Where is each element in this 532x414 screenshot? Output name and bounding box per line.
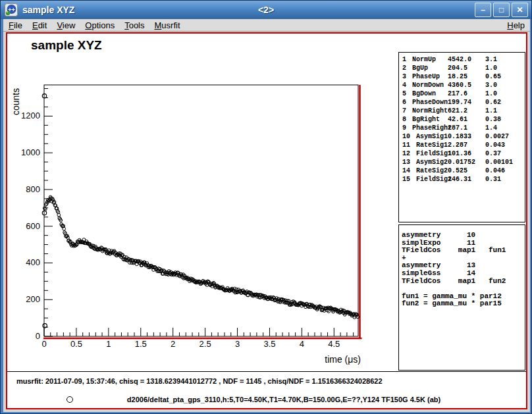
parameter-row: 15FieldSig2146.310.31 [399, 175, 525, 184]
param-number: 15 [402, 176, 410, 183]
x-axis-label: time (μs) [325, 354, 361, 365]
root-canvas[interactable]: sample XYZ 00.511.522.533.544.5020040060… [6, 32, 527, 409]
x-tick-label: 0.5 [70, 339, 82, 349]
parameter-row: 12FieldSig1101.360.37 [399, 149, 525, 158]
param-value: 2.287 [448, 141, 467, 149]
param-error: 0.046 [485, 167, 505, 175]
param-error: 0.0027 [485, 132, 509, 141]
param-value: 0.01752 [448, 158, 475, 167]
x-tick-label: 4.5 [328, 339, 340, 349]
param-value: 4542.0 [448, 55, 471, 64]
theory-line: TFieldCos map1 fun2 [402, 278, 525, 286]
legend-open-circle-icon [66, 396, 73, 403]
x-tick-label: 1.5 [135, 339, 147, 349]
menu-item-view[interactable]: View [57, 20, 75, 30]
parameter-row: 7NormRight621.21.1 [399, 107, 525, 115]
x-tick-label: 3.5 [263, 339, 275, 349]
param-error: 0.043 [485, 141, 505, 149]
x-tick-label: 2 [171, 339, 175, 349]
info-pad[interactable]: musrfit: 2011-07-09, 15:37:46, chisq = 1… [7, 372, 526, 408]
plot-frame [44, 85, 358, 336]
param-value: 217.6 [448, 90, 467, 98]
parameter-row: 14RateSig20.5250.046 [399, 167, 525, 175]
y-tick-label: 600 [26, 221, 40, 231]
param-error: 1.1 [485, 107, 497, 115]
fit-status-text: musrfit: 2011-07-09, 15:37:46, chisq = 1… [16, 377, 383, 385]
theory-line: asymmetry 10 [402, 232, 525, 240]
param-number: 2 [402, 65, 406, 72]
theory-line [402, 285, 525, 293]
param-error: 0.31 [485, 175, 501, 184]
param-name: AsymSig1 [416, 133, 448, 140]
param-value: 42.61 [448, 115, 467, 124]
param-number: 5 [402, 90, 406, 97]
y-tick-label: 1200 [21, 111, 40, 120]
theory-line: simpleGss 14 [402, 270, 525, 278]
menu-item-options[interactable]: Options [85, 20, 115, 30]
param-name: PhaseRight [412, 124, 452, 132]
param-name: BgUp [412, 65, 428, 72]
param-error: 1.0 [485, 64, 497, 72]
x-tick-label: 0 [41, 339, 46, 349]
parameter-row: 5BgDown217.61.0 [399, 90, 525, 98]
param-error: 0.65 [485, 72, 501, 81]
param-number: 8 [402, 116, 406, 123]
param-name: NormRight [412, 107, 448, 115]
param-number: 4 [402, 82, 406, 89]
parameter-row: 4NormDown4360.53.0 [399, 81, 525, 90]
param-value: 204.5 [448, 64, 467, 72]
param-name: FieldSig2 [416, 176, 452, 183]
window-title-center: <2> [1, 5, 531, 15]
parameter-row: 1NormUp4542.03.1 [399, 55, 525, 64]
param-error: 0.37 [485, 149, 501, 158]
menu-bar: FileEditViewOptionsToolsMusrfitHelp [3, 19, 530, 32]
x-tick-label: 4 [300, 339, 304, 349]
param-error: 1.4 [485, 124, 497, 132]
y-tick-label: 800 [26, 184, 40, 194]
maximize-button-icon[interactable]: □ [493, 3, 510, 17]
y-tick-label: 200 [26, 294, 40, 304]
param-name: AsymSig2 [416, 159, 448, 166]
x-tick-label: 1 [106, 339, 111, 349]
x-tick-label: 2.5 [200, 339, 211, 349]
param-name: PhaseDown [412, 99, 448, 106]
param-error: 0.00101 [485, 158, 513, 167]
menu-item-file[interactable]: File [9, 20, 22, 30]
parameter-row: 3PhaseUp18.250.65 [399, 72, 525, 81]
window-title: sample XYZ [22, 5, 74, 15]
app-icon[interactable]: ++ [5, 3, 18, 16]
y-axis-label: counts [11, 88, 21, 115]
param-name: BgDown [412, 90, 436, 97]
run-legend-text: d2006/deltat_pta_gps_3110,h:5,T0=4.50K,T… [126, 396, 442, 403]
param-number: 11 [402, 142, 410, 149]
param-name: RateSig1 [416, 142, 448, 149]
param-number: 3 [402, 73, 406, 80]
minimize-button-icon[interactable]: – [475, 3, 491, 17]
close-button-icon[interactable]: ✕ [512, 3, 528, 17]
param-number: 14 [402, 167, 410, 174]
param-value: 621.2 [448, 107, 467, 115]
parameter-row: 9PhaseRight287.11.4 [399, 124, 525, 132]
menu-item-musrfit[interactable]: Musrfit [155, 20, 180, 30]
param-number: 9 [402, 124, 406, 132]
window-titlebar[interactable]: ++ sample XYZ <2> – □ ✕ [1, 1, 531, 19]
x-tick-label: 3 [235, 339, 240, 349]
theory-pad[interactable]: asymmetry 10simplExpo 11TFieldCos map1 f… [398, 224, 525, 371]
param-number: 10 [402, 133, 410, 140]
app-window: ++ sample XYZ <2> – □ ✕ FileEditViewOpti… [0, 0, 532, 414]
param-value: 101.36 [448, 149, 471, 158]
param-value: 4360.5 [448, 81, 471, 90]
menu-item-tools[interactable]: Tools [124, 20, 144, 30]
param-name: NormDown [412, 82, 444, 89]
theory-line: TFieldCos map1 fun1 [402, 247, 525, 255]
parameter-row: 10AsymSig10.18330.0027 [399, 132, 525, 141]
param-name: BgRight [412, 116, 440, 123]
menu-item-edit[interactable]: Edit [32, 20, 47, 30]
y-tick-label: 0 [36, 331, 40, 341]
fit-parameters-pad[interactable]: 1NormUp4542.03.12BgUp204.51.03PhaseUp18.… [398, 52, 525, 222]
param-value: 18.25 [448, 72, 467, 81]
menu-item-help[interactable]: Help [507, 20, 525, 30]
param-value: 287.1 [448, 124, 467, 132]
param-number: 12 [402, 150, 410, 157]
param-error: 0.38 [485, 115, 501, 124]
